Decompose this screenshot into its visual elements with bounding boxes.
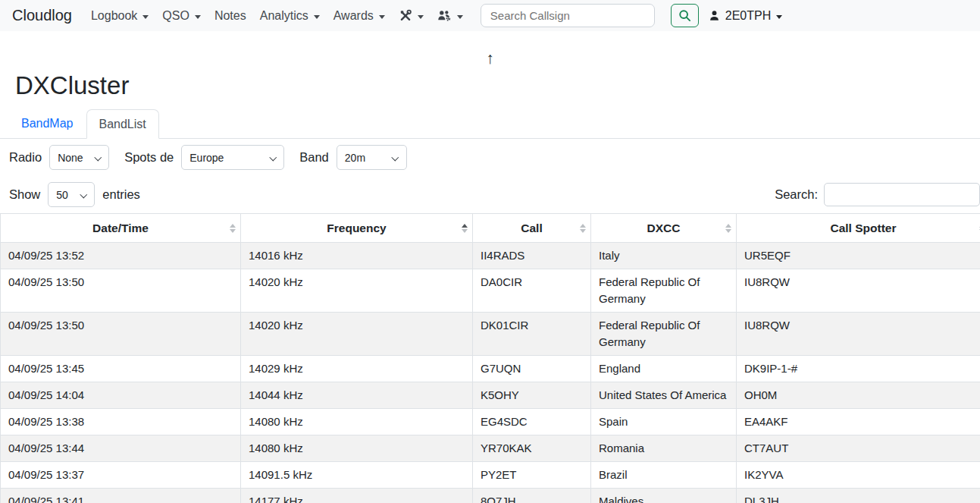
cell-datetime: 04/09/25 13:50: [1, 313, 241, 356]
cell-frequency: 14080 kHz: [241, 409, 473, 435]
table-row: 04/09/25 13:5214016 kHzII4RADSItalyUR5EQ…: [1, 243, 980, 269]
cell-spotter: CT7AUT: [737, 435, 980, 462]
cell-frequency: 14044 kHz: [241, 382, 473, 409]
cell-dxcc: Maldives: [591, 489, 737, 503]
cell-call: II4RADS: [473, 243, 591, 269]
nav-item-label: Analytics: [260, 9, 308, 23]
table-search-control: Search:: [775, 183, 980, 206]
band-select[interactable]: 20m: [337, 145, 407, 170]
nav-item-label: QSO: [162, 9, 189, 23]
column-label: Call: [521, 222, 542, 234]
spots-table: Date/Time Frequency Call DXCC: [0, 213, 980, 503]
column-header-call[interactable]: Call: [473, 214, 591, 243]
screwdriver-wrench-icon: [399, 9, 412, 22]
cell-spotter: OH0M: [737, 382, 980, 409]
cell-dxcc: Spain: [591, 409, 737, 435]
cell-dxcc: England: [591, 356, 737, 382]
caret-down-icon: [457, 15, 463, 19]
radio-label: Radio: [9, 150, 42, 165]
cell-datetime: 04/09/25 13:45: [1, 356, 241, 382]
caret-down-icon: [418, 15, 424, 19]
cell-datetime: 04/09/25 13:38: [1, 409, 241, 435]
chevron-down-icon: [80, 191, 86, 198]
nav-item-logbook[interactable]: Logbook: [84, 9, 155, 23]
table-row: 04/09/25 13:4114177 kHz8Q7JHMaldivesDL3J…: [1, 489, 980, 503]
search-icon: [678, 9, 691, 22]
nav-item-analytics[interactable]: Analytics: [253, 9, 327, 23]
spots-table-header: Date/Time Frequency Call DXCC: [1, 214, 980, 243]
spots-select-value: Europe: [189, 152, 224, 164]
search-button[interactable]: [671, 4, 699, 27]
table-search-input[interactable]: [824, 183, 980, 206]
search-callsign-input[interactable]: [481, 4, 655, 27]
table-row: 04/09/25 13:4414080 kHzYR70KAKRomaniaCT7…: [1, 435, 980, 462]
cell-call: G7UQN: [473, 356, 591, 382]
table-row: 04/09/25 13:5014020 kHzDK01CIRFederal Re…: [1, 313, 980, 356]
cell-dxcc: Brazil: [591, 462, 737, 489]
sort-arrows-icon: [230, 224, 236, 233]
chevron-down-icon: [392, 154, 399, 161]
page-length-value: 50: [56, 189, 68, 201]
main-content: ↑ DXCluster BandMap BandList Radio None …: [0, 49, 980, 503]
sort-arrows-icon: [725, 224, 731, 233]
nav-item-qso[interactable]: QSO: [155, 9, 208, 23]
band-label: Band: [299, 150, 329, 165]
cell-datetime: 04/09/25 13:37: [1, 462, 241, 489]
cell-call: K5OHY: [473, 382, 591, 409]
cell-dxcc: Romania: [591, 435, 737, 462]
table-controls: Show 50 entries Search:: [0, 182, 980, 207]
column-label: Frequency: [327, 222, 386, 234]
caret-down-icon: [195, 15, 201, 19]
cell-spotter: IU8RQW: [737, 269, 980, 313]
cell-datetime: 04/09/25 13:41: [1, 489, 241, 503]
brand-cloudlog[interactable]: Cloudlog: [12, 7, 72, 24]
cell-spotter: EA4AKF: [737, 409, 980, 435]
cell-dxcc: United States Of America: [591, 382, 737, 409]
sort-arrows-icon: [580, 224, 586, 233]
table-row: 04/09/25 14:0414044 kHzK5OHYUnited State…: [1, 382, 980, 409]
cell-frequency: 14177 kHz: [241, 489, 473, 503]
nav-item-tools-menu[interactable]: [392, 9, 431, 22]
cell-spotter: UR5EQF: [737, 243, 980, 269]
column-header-call-spotter[interactable]: Call Spotter: [737, 214, 980, 243]
cell-call: DA0CIR: [473, 269, 591, 313]
cell-dxcc: Federal Republic Of Germany: [591, 313, 737, 356]
table-row: 04/09/25 13:3714091.5 kHzPY2ETBrazilIK2Y…: [1, 462, 980, 489]
radio-select[interactable]: None: [49, 145, 109, 170]
nav-item-label: Logbook: [91, 9, 137, 23]
page-title: DXCluster: [15, 72, 980, 99]
page-length-select[interactable]: 50: [48, 182, 95, 207]
cell-spotter: DK9IP-1-#: [737, 356, 980, 382]
table-row: 04/09/25 13:5014020 kHzDA0CIRFederal Rep…: [1, 269, 980, 313]
cell-frequency: 14016 kHz: [241, 243, 473, 269]
nav-item-notes[interactable]: Notes: [208, 9, 253, 23]
tab-bar: BandMap BandList: [0, 108, 980, 139]
nav-item-users-menu[interactable]: [431, 9, 470, 22]
caret-down-icon: [776, 15, 782, 19]
column-header-frequency[interactable]: Frequency: [241, 214, 473, 243]
user-callsign: 2E0TPH: [725, 9, 771, 23]
radio-select-value: None: [58, 152, 83, 164]
tab-bandlist[interactable]: BandList: [86, 109, 159, 139]
chevron-down-icon: [269, 154, 276, 161]
caret-down-icon: [379, 15, 385, 19]
tab-bandmap[interactable]: BandMap: [8, 108, 86, 138]
spots-continent-select[interactable]: Europe: [181, 145, 284, 170]
cell-dxcc: Italy: [591, 243, 737, 269]
column-label: Date/Time: [92, 222, 149, 234]
cell-datetime: 04/09/25 13:50: [1, 269, 241, 313]
nav-item-awards[interactable]: Awards: [327, 9, 392, 23]
cell-spotter: IU8RQW: [737, 313, 980, 356]
callsign-search-form: [481, 4, 699, 27]
table-row: 04/09/25 13:4514029 kHzG7UQNEnglandDK9IP…: [1, 356, 980, 382]
caret-down-icon: [142, 15, 149, 19]
user-account-menu[interactable]: 2E0TPH: [709, 9, 782, 23]
cell-frequency: 14080 kHz: [241, 435, 473, 462]
filter-bar: Radio None Spots de Europe Band 20m: [9, 145, 980, 170]
cell-call: 8Q7JH: [473, 489, 591, 503]
spots-de-label: Spots de: [124, 150, 174, 165]
column-header-datetime[interactable]: Date/Time: [1, 214, 241, 243]
column-header-dxcc[interactable]: DXCC: [591, 214, 737, 243]
scroll-to-top-arrow-icon[interactable]: ↑: [0, 49, 980, 68]
cell-datetime: 04/09/25 14:04: [1, 382, 241, 409]
